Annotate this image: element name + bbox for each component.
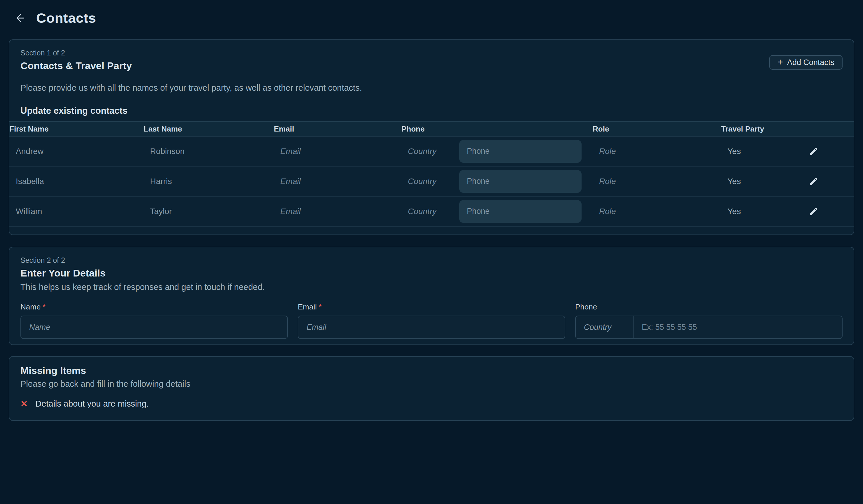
edit-contact-button[interactable] — [806, 204, 821, 219]
enter-your-details-card: Section 2 of 2 Enter Your Details This h… — [9, 247, 854, 345]
phone-label: Phone — [575, 302, 842, 311]
email-input[interactable] — [298, 315, 565, 339]
country-selector: Country — [408, 207, 459, 216]
update-existing-contacts-heading: Update existing contacts — [21, 106, 842, 116]
name-input[interactable] — [21, 315, 288, 339]
page-header: Contacts — [0, 0, 863, 26]
phone-input[interactable] — [459, 200, 581, 223]
edit-contact-button[interactable] — [806, 174, 821, 189]
add-contacts-button[interactable]: + Add Contacts — [769, 55, 842, 70]
pencil-icon — [809, 177, 818, 186]
name-field-group: Name* — [21, 302, 288, 339]
plus-icon: + — [777, 57, 783, 67]
cell-role-placeholder: Role — [581, 177, 710, 186]
country-selector[interactable]: Country — [576, 316, 634, 338]
edit-contact-button[interactable] — [806, 144, 821, 159]
cell-first-name: William — [9, 207, 133, 216]
add-contacts-label: Add Contacts — [787, 58, 834, 67]
cell-phone: Country — [390, 140, 581, 163]
details-form: Name* Email* Phone Country — [21, 302, 842, 339]
required-asterisk: * — [319, 302, 322, 311]
cell-phone: Country — [390, 170, 581, 193]
cell-last-name: Harris — [133, 177, 263, 186]
cell-last-name: Robinson — [133, 147, 263, 156]
section2-kicker: Section 2 of 2 — [21, 247, 842, 264]
required-asterisk: * — [42, 302, 46, 311]
contacts-table-header: First Name Last Name Email Phone Role Tr… — [9, 121, 854, 137]
pencil-icon — [809, 207, 818, 217]
cell-email-placeholder: Email — [263, 207, 390, 216]
phone-field-group: Phone Country — [575, 302, 842, 339]
error-x-icon: ✕ — [21, 399, 28, 409]
cell-role-placeholder: Role — [581, 147, 710, 156]
section2-description: This helps us keep track of responses an… — [21, 282, 842, 292]
cell-travel-party: Yes — [710, 207, 789, 216]
page-title: Contacts — [36, 10, 96, 26]
cell-first-name: Isabella — [9, 177, 133, 186]
section2-title: Enter Your Details — [21, 268, 842, 279]
missing-items-title: Missing Items — [21, 357, 842, 376]
header-email: Email — [263, 125, 390, 133]
cell-email-placeholder: Email — [263, 147, 390, 156]
cell-role-placeholder: Role — [581, 207, 710, 216]
phone-input[interactable] — [459, 140, 581, 163]
table-footer-strip — [9, 227, 854, 234]
section1-title: Contacts & Travel Party — [21, 60, 842, 72]
missing-items-description: Please go back and fill in the following… — [21, 379, 842, 389]
cell-travel-party: Yes — [710, 147, 789, 156]
header-role: Role — [581, 125, 710, 133]
cell-phone: Country — [390, 200, 581, 223]
section1-kicker: Section 1 of 2 — [21, 40, 842, 57]
cell-last-name: Taylor — [133, 207, 263, 216]
arrow-left-icon — [15, 12, 26, 24]
header-first-name: First Name — [9, 125, 133, 133]
header-travel-party: Travel Party — [710, 125, 789, 133]
header-last-name: Last Name — [133, 125, 263, 133]
contacts-table: First Name Last Name Email Phone Role Tr… — [9, 121, 854, 234]
table-row: Isabella Harris Email Country Role Yes — [9, 167, 854, 197]
missing-item-text: Details about you are missing. — [35, 399, 149, 409]
header-phone: Phone — [390, 125, 581, 133]
back-button[interactable] — [13, 11, 28, 26]
phone-input-group: Country — [575, 315, 842, 339]
pencil-icon — [809, 146, 818, 156]
section1-description: Please provide us with all the names of … — [21, 83, 842, 93]
phone-number-input[interactable] — [634, 316, 842, 338]
cell-email-placeholder: Email — [263, 177, 390, 186]
name-label: Name* — [21, 302, 288, 311]
country-selector: Country — [408, 147, 459, 156]
table-row: William Taylor Email Country Role Yes — [9, 197, 854, 227]
email-field-group: Email* — [298, 302, 565, 339]
cell-first-name: Andrew — [9, 147, 133, 156]
phone-input[interactable] — [459, 170, 581, 193]
missing-items-card: Missing Items Please go back and fill in… — [9, 356, 854, 421]
email-label: Email* — [298, 302, 565, 311]
table-row: Andrew Robinson Email Country Role Yes — [9, 137, 854, 167]
cell-travel-party: Yes — [710, 177, 789, 186]
contacts-travel-party-card: Section 1 of 2 Contacts & Travel Party +… — [9, 39, 854, 235]
country-selector: Country — [408, 177, 459, 186]
missing-item: ✕ Details about you are missing. — [21, 399, 842, 409]
